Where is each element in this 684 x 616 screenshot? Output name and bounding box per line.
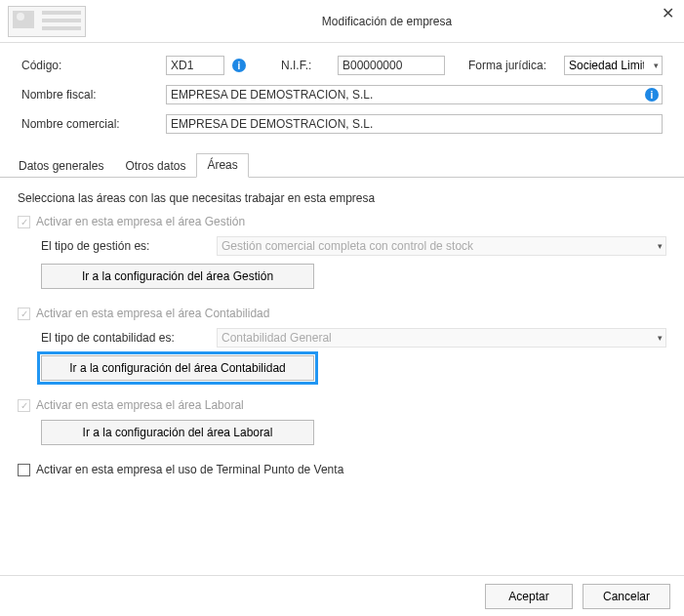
gestion-tipo-label: El tipo de gestión es: <box>41 239 207 253</box>
gestion-checkbox <box>18 216 30 228</box>
contabilidad-tipo-label: El tipo de contabilidad es: <box>41 331 207 345</box>
tpv-checkbox[interactable] <box>18 464 30 476</box>
area-gestion-block: Activar en esta empresa el área Gestión … <box>18 215 666 289</box>
area-tpv-block: Activar en esta empresa el uso de Termin… <box>18 463 666 476</box>
info-icon[interactable]: i <box>645 88 659 102</box>
tab-otros-datos[interactable]: Otros datos <box>114 154 196 178</box>
nombre-fiscal-input[interactable] <box>166 85 663 104</box>
areas-intro-text: Selecciona las áreas con las que necesit… <box>18 191 666 205</box>
codigo-label: Código: <box>21 59 158 72</box>
cancel-button[interactable]: Cancelar <box>583 584 670 609</box>
info-icon[interactable]: i <box>232 59 246 72</box>
tab-areas[interactable]: Áreas <box>196 153 248 178</box>
laboral-check-label: Activar en esta empresa el área Laboral <box>36 398 244 412</box>
laboral-config-button[interactable]: Ir a la configuración del área Laboral <box>41 420 314 445</box>
area-contabilidad-block: Activar en esta empresa el área Contabil… <box>18 307 666 381</box>
nif-input[interactable] <box>338 56 445 75</box>
areas-panel: Selecciona las áreas con las que necesit… <box>0 178 684 504</box>
nombre-fiscal-label: Nombre fiscal: <box>21 88 158 102</box>
nombre-comercial-label: Nombre comercial: <box>21 117 158 131</box>
header-form: Código: i N.I.F.: Forma jurídica: Socied… <box>0 43 684 148</box>
close-icon[interactable]: ✕ <box>662 6 674 21</box>
tab-strip: Datos generales Otros datos Áreas <box>0 152 684 178</box>
contabilidad-config-button[interactable]: Ir a la configuración del área Contabili… <box>41 355 314 381</box>
dialog-footer: Aceptar Cancelar <box>0 575 684 616</box>
forma-juridica-select[interactable]: Sociedad Limitada <box>564 56 663 75</box>
contabilidad-tipo-select: Contabilidad General <box>217 328 666 348</box>
accept-button[interactable]: Aceptar <box>485 584 573 609</box>
title-bar: Modificación de empresa ✕ <box>0 0 684 43</box>
window-title: Modificación de empresa <box>98 15 676 28</box>
gestion-config-button[interactable]: Ir a la configuración del área Gestión <box>41 264 314 289</box>
codigo-input[interactable] <box>166 56 224 75</box>
contabilidad-checkbox <box>18 308 30 320</box>
forma-label: Forma jurídica: <box>468 59 556 72</box>
laboral-checkbox <box>18 399 30 412</box>
tpv-check-label: Activar en esta empresa el uso de Termin… <box>36 463 343 476</box>
nombre-comercial-input[interactable] <box>166 114 663 134</box>
gestion-tipo-select: Gestión comercial completa con control d… <box>217 236 666 256</box>
contabilidad-check-label: Activar en esta empresa el área Contabil… <box>36 307 269 320</box>
gestion-check-label: Activar en esta empresa el área Gestión <box>36 215 245 228</box>
area-laboral-block: Activar en esta empresa el área Laboral … <box>18 398 666 445</box>
app-logo-icon <box>8 6 86 37</box>
tab-datos-generales[interactable]: Datos generales <box>8 154 114 178</box>
nif-label: N.I.F.: <box>281 59 330 72</box>
